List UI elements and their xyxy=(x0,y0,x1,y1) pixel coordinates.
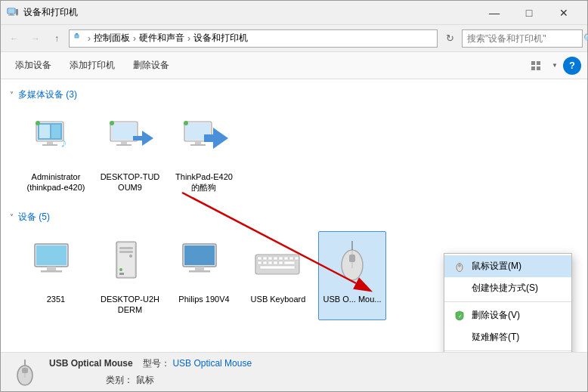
svg-rect-15 xyxy=(51,125,60,138)
svg-rect-35 xyxy=(36,245,67,265)
device-desktop-tud[interactable]: DESKTOP-TUD OUM9 xyxy=(96,109,164,199)
close-button[interactable]: ✕ xyxy=(546,1,581,25)
svg-rect-4 xyxy=(16,9,18,15)
status-device-icon xyxy=(10,357,40,387)
ctx-create-shortcut-icon xyxy=(453,282,466,295)
svg-point-33 xyxy=(184,121,188,125)
device-desktop-u2h[interactable]: DESKTOP-U2H DERM xyxy=(96,231,164,321)
svg-rect-46 xyxy=(184,245,215,265)
help-button[interactable]: ? xyxy=(563,57,581,75)
svg-rect-56 xyxy=(289,257,293,260)
devices-chevron[interactable]: ˅ xyxy=(10,213,14,221)
status-info: USB Optical Mouse 型号： USB Optical Mouse … xyxy=(49,356,252,388)
device-desktop-u2h-icon xyxy=(103,236,157,291)
svg-rect-2 xyxy=(10,14,13,15)
ctx-create-shortcut[interactable]: 创建快捷方式(S) xyxy=(444,277,571,299)
device-usb-keyboard-icon xyxy=(251,236,305,291)
device-2351-icon xyxy=(29,236,83,291)
svg-rect-6 xyxy=(75,35,79,38)
status-category-label: 类别： xyxy=(106,375,133,385)
device-philips[interactable]: Philips 190V4 xyxy=(170,231,238,321)
device-usb-keyboard-name: USB Keyboard xyxy=(251,294,306,304)
back-button[interactable]: ← xyxy=(5,29,23,48)
svg-rect-40 xyxy=(119,247,133,249)
multimedia-section-label[interactable]: 多媒体设备 (3) xyxy=(18,88,77,101)
refresh-button[interactable]: ↻ xyxy=(441,29,459,48)
svg-rect-51 xyxy=(263,257,267,260)
status-bar: USB Optical Mouse 型号： USB Optical Mouse … xyxy=(1,352,587,391)
svg-rect-55 xyxy=(284,257,288,260)
ctx-troubleshoot-label: 疑难解答(T) xyxy=(472,331,519,344)
svg-rect-10 xyxy=(531,66,535,70)
svg-point-43 xyxy=(119,268,122,271)
ctx-troubleshoot[interactable]: 疑难解答(T) xyxy=(444,326,571,348)
device-usb-mouse-icon xyxy=(325,236,379,291)
ctx-mouse-settings[interactable]: 鼠标设置(M) xyxy=(444,255,571,277)
ctx-remove-device-label: 删除设备(V) xyxy=(472,309,520,322)
svg-rect-32 xyxy=(204,134,214,142)
breadcrumb-item2[interactable]: 硬件和声音 xyxy=(139,32,184,45)
main-window: 设备和打印机 — □ ✕ ← → ↑ › 控制面板 › 硬件和声音 › 设备和打… xyxy=(0,0,588,392)
svg-rect-53 xyxy=(274,257,277,260)
add-device-button[interactable]: 添加设备 xyxy=(7,55,60,76)
breadcrumb-item1[interactable]: 控制面板 xyxy=(94,32,130,45)
svg-rect-21 xyxy=(112,123,136,140)
svg-rect-60 xyxy=(268,261,272,264)
svg-text:✓: ✓ xyxy=(458,313,463,319)
view-toggle-button[interactable] xyxy=(525,55,546,76)
svg-text:♪: ♪ xyxy=(60,135,67,150)
title-bar-text: 设备和打印机 xyxy=(23,6,477,19)
svg-rect-52 xyxy=(268,257,272,260)
up-button[interactable]: ↑ xyxy=(48,29,66,48)
svg-rect-61 xyxy=(274,261,277,264)
device-thinkpad-kugou-icon xyxy=(177,114,231,168)
device-desktop-tud-name: DESKTOP-TUD OUM9 xyxy=(101,171,160,193)
device-administrator-icon: ♪ xyxy=(29,114,83,168)
ctx-remove-device[interactable]: ✓ 删除设备(V) xyxy=(444,304,571,326)
svg-rect-9 xyxy=(537,61,540,65)
device-philips-name: Philips 190V4 xyxy=(178,294,229,304)
device-thinkpad-kugou[interactable]: ThinkPad-E420 的酷狗 xyxy=(170,109,238,199)
devices-section-label[interactable]: 设备 (5) xyxy=(18,211,50,224)
device-usb-mouse[interactable]: USB O... Mou... xyxy=(318,231,386,321)
address-bar: ← → ↑ › 控制面板 › 硬件和声音 › 设备和打印机 ↻ 🔍 xyxy=(1,25,587,52)
multimedia-section-header: ˅ 多媒体设备 (3) xyxy=(10,88,578,101)
svg-rect-76 xyxy=(22,368,28,373)
toolbar-right: ▼ ? xyxy=(525,55,581,76)
svg-rect-54 xyxy=(279,257,283,260)
devices-section-header: ˅ 设备 (5) xyxy=(10,211,578,224)
svg-rect-23 xyxy=(116,144,132,146)
ctx-mouse-icon xyxy=(453,261,466,273)
svg-rect-64 xyxy=(260,266,295,269)
search-input[interactable] xyxy=(467,33,580,44)
device-usb-keyboard[interactable]: USB Keyboard xyxy=(244,231,312,321)
ctx-separator1 xyxy=(444,301,571,302)
ctx-troubleshoot-icon xyxy=(453,332,466,344)
remove-device-button[interactable]: 删除设备 xyxy=(125,55,178,76)
device-administrator[interactable]: ♪ Administrator (thinkpad-e420) xyxy=(22,109,90,199)
ctx-mouse-settings-label: 鼠标设置(M) xyxy=(472,260,521,273)
multimedia-device-grid: ♪ Administrator (thinkpad-e420) xyxy=(10,109,578,199)
search-icon: 🔍 xyxy=(583,33,588,44)
ctx-create-shortcut-label: 创建快捷方式(S) xyxy=(472,282,538,295)
svg-rect-29 xyxy=(195,141,201,144)
device-thinkpad-kugou-name: ThinkPad-E420 的酷狗 xyxy=(175,171,233,193)
breadcrumb-sep1: › xyxy=(88,33,91,44)
title-bar-buttons: — □ ✕ xyxy=(477,1,581,25)
svg-rect-16 xyxy=(47,141,53,144)
device-2351[interactable]: 2351 xyxy=(22,231,90,321)
context-menu: 鼠标设置(M) 创建快捷方式(S) ✓ 删除设备(V) 疑难解答(T) xyxy=(444,253,572,352)
breadcrumb-item3[interactable]: 设备和打印机 xyxy=(193,32,248,45)
status-model-label: 型号： xyxy=(143,358,170,369)
svg-rect-7 xyxy=(76,33,78,35)
toolbar: 添加设备 添加打印机 删除设备 ▼ ? xyxy=(1,52,587,79)
view-dropdown-btn[interactable]: ▼ xyxy=(549,55,560,76)
forward-button[interactable]: → xyxy=(26,29,45,48)
svg-rect-41 xyxy=(119,251,133,253)
maximize-button[interactable]: □ xyxy=(512,1,546,25)
device-desktop-tud-icon xyxy=(103,114,157,168)
minimize-button[interactable]: — xyxy=(477,1,512,25)
add-printer-button[interactable]: 添加打印机 xyxy=(61,55,123,76)
multimedia-chevron[interactable]: ˅ xyxy=(10,91,14,99)
title-bar-icon xyxy=(7,7,19,19)
